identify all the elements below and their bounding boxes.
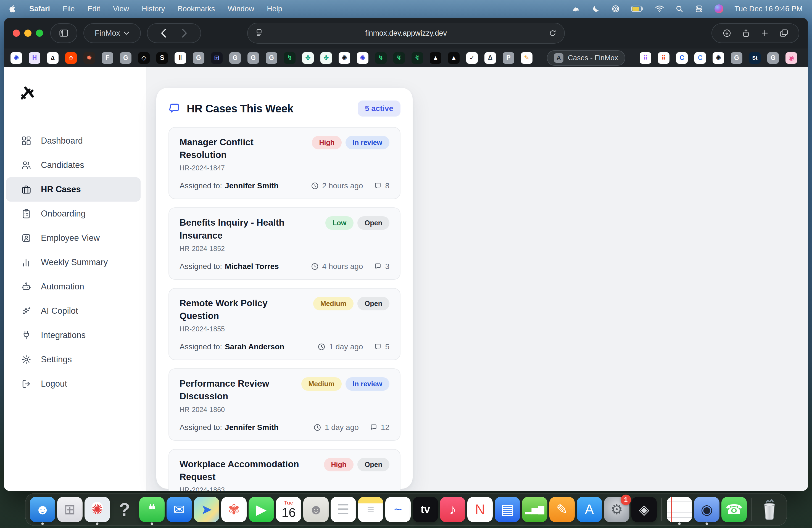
dock-numbers-icon[interactable]: ▂▅▇ — [522, 497, 547, 522]
wifi-icon[interactable] — [655, 5, 664, 13]
dock-pages-icon[interactable]: ✎ — [549, 497, 575, 522]
dock-calendar-icon[interactable]: Tue16 — [276, 497, 301, 522]
airdrop-icon[interactable] — [611, 4, 620, 13]
case-card[interactable]: Performance Review DiscussionMediumIn re… — [169, 368, 401, 440]
favorite-pen-color-icon[interactable]: ✎ — [521, 52, 533, 64]
menu-item[interactable]: Help — [267, 5, 282, 13]
menu-app-name[interactable]: Safari — [29, 5, 50, 13]
favorite-f-gray-icon[interactable]: F — [102, 52, 113, 64]
favorite-figma-icon[interactable]: ⠿ — [658, 52, 669, 64]
reload-icon[interactable] — [549, 29, 556, 37]
favorite-c-blue-icon[interactable]: C — [694, 52, 706, 64]
downloads-button[interactable] — [723, 29, 731, 38]
sidebar-item-integrations[interactable]: Integrations — [6, 323, 141, 348]
favorite-bolt-green-icon[interactable]: ↯ — [393, 52, 405, 64]
active-tab[interactable]: A Cases - FinMox — [547, 50, 625, 66]
dock-photo-booth-icon[interactable]: ◉ — [694, 497, 720, 522]
favorite-figma-icon[interactable]: ⠿ — [640, 52, 651, 64]
focus-moon-icon[interactable] — [592, 5, 600, 13]
dock-contacts-icon[interactable]: ☻ — [303, 497, 329, 522]
close-window-button[interactable] — [13, 30, 20, 37]
menu-clock[interactable]: Tue Dec 16 9:46 PM — [735, 5, 802, 13]
dock-keynote-icon[interactable]: ▤ — [495, 497, 520, 522]
favorite-hubspot-icon[interactable]: ✹ — [83, 52, 95, 64]
favorite-pause-white-icon[interactable]: ‖ — [175, 52, 186, 64]
favorite-h-purple-icon[interactable]: H — [29, 52, 40, 64]
sidebar-item-dashboard[interactable]: Dashboard — [6, 129, 141, 153]
new-tab-button[interactable] — [760, 29, 769, 37]
favorite-g-gray-icon[interactable]: G — [120, 52, 131, 64]
page-format-icon[interactable] — [256, 29, 263, 37]
spotlight-icon[interactable] — [675, 5, 684, 13]
favorite-stripe-st-icon[interactable]: St — [749, 52, 760, 64]
dock-maps-icon[interactable]: ➤ — [194, 497, 219, 522]
menu-item[interactable]: History — [142, 5, 165, 13]
zoom-window-button[interactable] — [36, 30, 43, 37]
favorite-diamond-black-icon[interactable]: ◇ — [138, 52, 150, 64]
favorite-play-black-icon[interactable]: ▲ — [448, 52, 460, 64]
favorite-g-gray-icon[interactable]: G — [193, 52, 204, 64]
favorite-g-gray-icon[interactable]: G — [229, 52, 241, 64]
dock-music-icon[interactable]: ♪ — [440, 497, 465, 522]
dock-mail-icon[interactable]: ✉ — [166, 497, 192, 522]
case-card[interactable]: Manager Conflict ResolutionHighIn review… — [169, 127, 401, 199]
dock-finder-icon[interactable]: ☻ — [30, 497, 55, 522]
sidebar-item-logout[interactable]: Logout — [6, 372, 141, 396]
favorite-sailboat-icon[interactable]: Δ — [484, 52, 496, 64]
favorite-bolt-green-icon[interactable]: ↯ — [411, 52, 423, 64]
favorite-openai-blue-icon[interactable]: ✺ — [357, 52, 368, 64]
battery-icon[interactable] — [631, 5, 644, 12]
dock-safari-icon[interactable]: ✺ — [85, 497, 110, 522]
favorite-openai-blue-icon[interactable]: ✺ — [11, 52, 22, 64]
favorite-grid-dark-icon[interactable]: ⊞ — [211, 52, 222, 64]
favorite-spiral-green-icon[interactable]: ✤ — [302, 52, 314, 64]
favorite-s-black-icon[interactable]: S — [156, 52, 168, 64]
sidebar-item-settings[interactable]: Settings — [6, 348, 141, 372]
minimize-window-button[interactable] — [24, 30, 31, 37]
favorite-g-gray-icon[interactable]: G — [731, 52, 742, 64]
sidebar-item-weekly-summary[interactable]: Weekly Summary — [6, 250, 141, 275]
dock-missing-app-icon[interactable]: ? — [112, 497, 137, 522]
dock-phone-icon[interactable]: ☎ — [721, 497, 747, 522]
dock-3d-cube-app-icon[interactable]: ◈ — [632, 497, 657, 522]
siri-icon[interactable] — [714, 4, 723, 13]
dock-system-settings-icon[interactable]: ⚙1 — [604, 497, 629, 522]
control-center-icon[interactable] — [695, 5, 704, 13]
favorite-p-gray-icon[interactable]: P — [503, 52, 514, 64]
address-bar[interactable]: finmox.dev.appwizzy.dev — [247, 23, 565, 44]
tab-overview-button[interactable] — [779, 29, 788, 37]
menu-item[interactable]: Bookmarks — [178, 5, 215, 13]
dock-launchpad-icon[interactable]: ⊞ — [57, 497, 83, 522]
dock-freeform-icon[interactable]: ~ — [385, 497, 411, 522]
back-button[interactable] — [160, 28, 166, 38]
menu-item[interactable]: View — [113, 5, 129, 13]
profile-menu-button[interactable]: FinMox — [83, 23, 141, 43]
favorite-g-gray-icon[interactable]: G — [767, 52, 779, 64]
favorite-amazon-icon[interactable]: a — [47, 52, 59, 64]
dock-news-icon[interactable]: N — [467, 497, 493, 522]
favorite-bolt-green-icon[interactable]: ↯ — [284, 52, 295, 64]
dock-apple-tv-icon[interactable]: tv — [412, 497, 438, 522]
sidebar-item-employee-view[interactable]: Employee View — [6, 226, 141, 250]
dock-photos-icon[interactable]: ✾ — [221, 497, 247, 522]
sidebar-item-onboarding[interactable]: Onboarding — [6, 202, 141, 226]
dock-reminders-icon[interactable]: ☰ — [331, 497, 356, 522]
case-card[interactable]: Benefits Inquiry - Health InsuranceLowOp… — [169, 207, 401, 279]
case-card[interactable]: Workplace Accommodation RequestHighOpenH… — [169, 449, 401, 491]
sidebar-item-candidates[interactable]: Candidates — [6, 153, 141, 177]
dock-app-store-icon[interactable]: A — [577, 497, 602, 522]
sidebar-item-automation[interactable]: Automation — [6, 275, 141, 299]
favorite-swoosh-white-icon[interactable]: ✓ — [466, 52, 478, 64]
favorite-c-blue-icon[interactable]: C — [676, 52, 688, 64]
favorite-g-gray-icon[interactable]: G — [266, 52, 277, 64]
sidebar-toggle-button[interactable] — [50, 23, 77, 43]
menu-item[interactable]: File — [63, 5, 75, 13]
favorite-openai-black-icon[interactable]: ✺ — [338, 52, 350, 64]
apple-menu-icon[interactable] — [10, 5, 17, 13]
favorite-dribbble-icon[interactable]: ◉ — [785, 52, 797, 64]
case-card[interactable]: Remote Work Policy QuestionMediumOpenHR-… — [169, 288, 401, 360]
dock-messages-icon[interactable]: ❝ — [139, 497, 164, 522]
favorite-spiral-green-icon[interactable]: ✤ — [320, 52, 332, 64]
favorite-reddit-icon[interactable]: ☺ — [65, 52, 77, 64]
favorite-bolt-green-icon[interactable]: ↯ — [375, 52, 387, 64]
